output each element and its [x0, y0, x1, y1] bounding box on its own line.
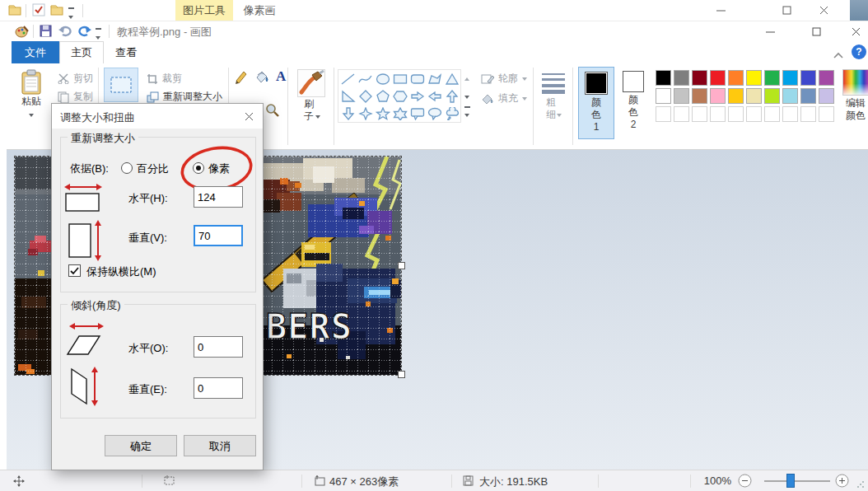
shape-polygon-icon[interactable]: [427, 71, 443, 87]
size-button[interactable]: 粗细: [538, 68, 569, 137]
palette-swatch[interactable]: [782, 70, 798, 86]
shapes-scroll-down[interactable]: [464, 90, 469, 102]
color2-button[interactable]: 颜色2: [616, 67, 651, 139]
palette-swatch[interactable]: [692, 88, 707, 104]
resize-button[interactable]: 重新调整大小: [147, 90, 222, 104]
shape-star-6-icon[interactable]: [392, 105, 408, 122]
shape-line-icon[interactable]: [340, 71, 357, 87]
palette-swatch[interactable]: [746, 70, 762, 86]
shape-arrow-right-icon[interactable]: [409, 88, 426, 105]
shape-triangle-icon[interactable]: [444, 71, 460, 87]
skew-vertical-input[interactable]: [194, 377, 243, 399]
cut-button[interactable]: 剪切: [58, 72, 93, 86]
pixels-radio-label[interactable]: 像素: [208, 161, 230, 176]
shape-arrow-left-icon[interactable]: [427, 88, 443, 105]
shape-right-triangle-icon[interactable]: [340, 88, 357, 105]
horizontal-pixels-input[interactable]: [194, 186, 243, 208]
shapes-scroll-more[interactable]: [464, 106, 470, 121]
skew-horizontal-input[interactable]: [194, 336, 243, 358]
outer-maximize-button[interactable]: [774, 0, 799, 21]
palette-swatch-empty[interactable]: [728, 106, 744, 122]
palette-swatch-empty[interactable]: [764, 106, 780, 122]
resize-grip-icon[interactable]: [856, 479, 865, 491]
paint-logo-icon[interactable]: [15, 25, 29, 40]
fill-tool-button[interactable]: [254, 70, 269, 87]
palette-swatch[interactable]: [764, 70, 780, 86]
palette-swatch-empty[interactable]: [692, 106, 707, 122]
cancel-button[interactable]: 取消: [184, 435, 256, 456]
shape-fill-button[interactable]: 填充: [481, 91, 527, 105]
keep-ratio-label[interactable]: 保持纵横比(M): [86, 264, 156, 279]
zoom-in-button[interactable]: [835, 474, 849, 490]
pixels-radio[interactable]: [193, 162, 204, 174]
paint-close-button[interactable]: [843, 21, 868, 41]
brush-button[interactable]: 刷子: [293, 68, 329, 137]
palette-swatch-empty[interactable]: [782, 106, 798, 122]
palette-swatch[interactable]: [764, 88, 780, 104]
save-button[interactable]: [40, 25, 52, 40]
help-button[interactable]: ?: [852, 44, 866, 59]
select-button[interactable]: [104, 68, 138, 102]
undo-button[interactable]: [58, 25, 72, 40]
shape-oval-icon[interactable]: [375, 71, 391, 87]
outer-check-icon[interactable]: [32, 3, 45, 19]
palette-swatch[interactable]: [692, 70, 707, 86]
crop-button[interactable]: 裁剪: [147, 72, 182, 86]
palette-swatch[interactable]: [819, 88, 834, 104]
keep-ratio-checkbox[interactable]: [68, 264, 81, 277]
shape-hexagon-icon[interactable]: [392, 88, 408, 105]
tab-file[interactable]: 文件: [12, 41, 59, 63]
paint-maximize-button[interactable]: [804, 21, 828, 41]
outer-tab-picture-tools[interactable]: 图片工具: [175, 0, 233, 21]
ribbon-collapse-icon[interactable]: [833, 49, 843, 61]
outer-folder-icon[interactable]: [8, 4, 21, 18]
palette-swatch[interactable]: [656, 88, 671, 104]
shapes-scroll-up[interactable]: [464, 72, 469, 84]
palette-swatch-empty[interactable]: [656, 106, 671, 122]
outer-qat-dropdown-icon[interactable]: [68, 7, 74, 23]
shape-outline-button[interactable]: 轮廓: [481, 72, 527, 86]
shape-arrow-down-icon[interactable]: [340, 105, 357, 122]
selection-handle-bottom-right[interactable]: [398, 371, 405, 378]
tab-view[interactable]: 查看: [104, 41, 148, 63]
ok-button[interactable]: 确定: [105, 435, 177, 456]
palette-swatch-empty[interactable]: [710, 106, 726, 122]
palette-swatch-empty[interactable]: [819, 106, 834, 122]
pencil-button[interactable]: [234, 70, 248, 87]
palette-swatch[interactable]: [710, 70, 726, 86]
palette-swatch[interactable]: [819, 70, 834, 86]
copy-button[interactable]: 复制: [58, 90, 93, 104]
shape-diamond-icon[interactable]: [357, 88, 374, 105]
paste-button[interactable]: 粘贴: [13, 68, 49, 137]
vertical-pixels-input[interactable]: [194, 225, 243, 246]
palette-swatch[interactable]: [728, 88, 744, 104]
palette-swatch[interactable]: [800, 70, 816, 86]
shape-arrow-up-icon[interactable]: [444, 88, 460, 105]
palette-swatch[interactable]: [710, 88, 726, 104]
outer-minimize-button[interactable]: [708, 0, 733, 21]
shape-pentagon-icon[interactable]: [375, 88, 391, 105]
outer-folder2-icon[interactable]: [50, 4, 63, 18]
outer-tab-pixel-art[interactable]: 像素画: [236, 0, 283, 21]
magnifier-button[interactable]: [265, 103, 279, 119]
palette-swatch-empty[interactable]: [674, 106, 689, 122]
selection-handle-right[interactable]: [398, 262, 405, 269]
palette-swatch-empty[interactable]: [746, 106, 762, 122]
dialog-titlebar[interactable]: 调整大小和扭曲: [52, 104, 263, 129]
palette-swatch[interactable]: [800, 88, 816, 104]
shape-star-5-icon[interactable]: [375, 105, 391, 122]
redo-button[interactable]: [77, 25, 92, 40]
palette-swatch[interactable]: [674, 70, 689, 86]
zoom-out-button[interactable]: [738, 474, 752, 490]
paint-minimize-button[interactable]: [758, 21, 782, 41]
outer-close-button[interactable]: [811, 0, 836, 21]
edit-colors-button[interactable]: 编辑颜色: [838, 68, 868, 137]
palette-swatch[interactable]: [674, 88, 689, 104]
shape-star-4-icon[interactable]: [357, 105, 374, 122]
shape-callout-oval-icon[interactable]: [427, 105, 443, 122]
shape-curve-icon[interactable]: [357, 71, 374, 87]
palette-swatch[interactable]: [782, 88, 798, 104]
shape-rectangle-icon[interactable]: [392, 71, 408, 87]
percent-radio-label[interactable]: 百分比: [137, 161, 169, 176]
text-tool-button[interactable]: A: [276, 68, 286, 85]
